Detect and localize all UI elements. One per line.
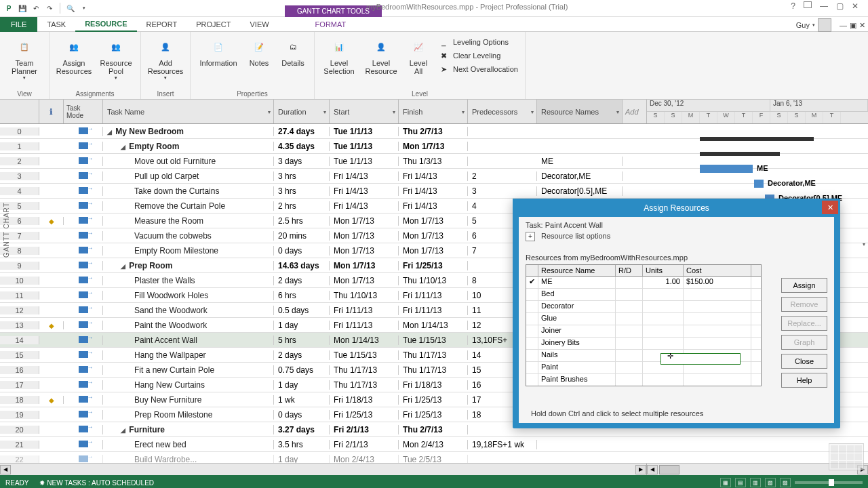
resource-names-cell[interactable]: Decorator,ME (537, 171, 623, 181)
zoom-slider[interactable] (795, 481, 863, 484)
tab-project[interactable]: PROJECT (186, 18, 240, 31)
resource-rd-cell[interactable] (616, 313, 643, 325)
start-cell[interactable]: Mon 1/7/13 (330, 231, 399, 241)
hscroll-right-left-arrow[interactable]: ◀ (647, 465, 658, 474)
start-cell[interactable]: Fri 1/4/13 (330, 171, 399, 181)
col-task-name[interactable]: Task Name▾ (103, 100, 274, 123)
task-name-cell[interactable]: Remove the Curtain Pole (103, 201, 274, 211)
duration-cell[interactable]: 2.5 hrs (274, 216, 330, 226)
finish-cell[interactable]: Fri 1/4/13 (399, 171, 468, 181)
finish-cell[interactable]: Fri 1/25/13 (399, 410, 468, 420)
resource-rd-cell[interactable] (616, 374, 643, 386)
finish-cell[interactable]: Fri 1/25/13 (399, 261, 468, 270)
task-mode-cell[interactable] (64, 350, 103, 360)
clear-leveling-button[interactable]: ✖Clear Leveling (437, 49, 519, 62)
resource-rd-cell[interactable] (616, 289, 643, 300)
resource-units-cell[interactable] (643, 325, 684, 337)
start-cell[interactable]: Tue 1/1/13 (330, 142, 399, 151)
resource-check[interactable] (526, 289, 538, 300)
task-name-cell[interactable]: Buy New Furniture (103, 395, 274, 405)
resources-scrollbar[interactable]: ▴ ▾ (761, 265, 762, 386)
save-icon[interactable]: 💾 (16, 2, 28, 14)
col-info[interactable]: ℹ (39, 100, 64, 123)
tab-task[interactable]: TASK (37, 18, 75, 31)
duration-cell[interactable]: 0.75 days (274, 365, 330, 375)
resource-units-cell[interactable]: 1.00 (643, 277, 684, 288)
duration-cell[interactable]: 5 hrs (274, 336, 330, 345)
start-cell[interactable]: Fri 1/11/13 (330, 321, 399, 330)
resource-row[interactable]: Bed (526, 289, 761, 301)
resource-row[interactable]: Paint Brushes (526, 374, 761, 386)
inner-restore-icon[interactable]: ▣ (850, 21, 856, 30)
col-duration[interactable]: Duration▾ (274, 100, 330, 123)
task-name-cell[interactable]: Plaster the Walls (103, 276, 274, 285)
tab-format[interactable]: FORMAT (306, 18, 356, 31)
level-all-button[interactable]: 📈 Level All (404, 35, 433, 75)
col-add-new[interactable]: Add (623, 100, 647, 123)
finish-cell[interactable]: Mon 1/7/13 (399, 216, 468, 226)
table-row[interactable]: 4 Take down the Curtains3 hrsFri 1/4/13F… (0, 184, 868, 199)
predecessors-cell[interactable]: 19,18FS+1 wk (468, 440, 537, 449)
qat-dropdown-icon[interactable]: ▾ (78, 2, 90, 14)
dialog-close-button[interactable]: ✕ (822, 201, 838, 214)
row-number[interactable]: 19 (0, 411, 39, 419)
start-cell[interactable]: Fri 1/25/13 (330, 410, 399, 420)
graph-button[interactable]: Graph (781, 335, 827, 350)
finish-cell[interactable]: Fri 1/18/13 (399, 380, 468, 390)
predecessors-cell[interactable]: 3 (468, 186, 537, 196)
expand-icon[interactable]: + (526, 232, 535, 241)
finish-cell[interactable]: Mon 2/4/13 (399, 440, 468, 449)
view-task-usage-icon[interactable]: ▤ (735, 478, 746, 487)
resource-units-cell[interactable] (643, 313, 684, 325)
view-gantt-icon[interactable]: ▦ (720, 478, 731, 487)
task-name-cell[interactable]: ◢ My New Bedroom (103, 127, 274, 136)
task-name-cell[interactable]: Prep Room Milestone (103, 410, 274, 420)
start-cell[interactable]: Mon 1/7/13 (330, 261, 399, 270)
resource-name-cell[interactable]: Paint (538, 362, 616, 373)
resource-cost-cell[interactable] (684, 325, 751, 337)
tab-view[interactable]: VIEW (240, 18, 278, 31)
start-cell[interactable]: Fri 1/18/13 (330, 395, 399, 405)
table-row[interactable]: 1◢ Empty Room4.35 daysTue 1/1/13Mon 1/7/… (0, 139, 868, 154)
task-name-cell[interactable]: Sand the Woodwork (103, 306, 274, 315)
resource-name-cell[interactable]: Paint Brushes (538, 374, 616, 386)
hscroll-right-thumb[interactable] (659, 465, 679, 474)
row-number[interactable]: 18 (0, 396, 39, 404)
start-cell[interactable]: Thu 1/17/13 (330, 380, 399, 390)
duration-cell[interactable]: 2 days (274, 276, 330, 285)
col-resource-name[interactable]: Resource Name (538, 265, 616, 276)
level-resource-button[interactable]: 👤 Level Resource (362, 35, 400, 75)
duration-cell[interactable]: 3.27 days (274, 425, 330, 434)
finish-cell[interactable]: Mon 1/7/13 (399, 142, 468, 151)
start-cell[interactable]: Mon 1/14/13 (330, 336, 399, 345)
task-mode-cell[interactable] (64, 410, 103, 420)
task-mode-cell[interactable] (64, 171, 103, 181)
task-mode-cell[interactable] (64, 261, 103, 270)
row-number[interactable]: 14 (0, 336, 39, 344)
resource-check[interactable]: ✔ (526, 277, 538, 288)
task-name-cell[interactable]: Fit a new Curtain Pole (103, 365, 274, 375)
resource-name-cell[interactable]: ME (538, 277, 616, 288)
task-name-cell[interactable]: Paint Accent Wall (103, 336, 274, 345)
select-all-corner[interactable] (0, 100, 39, 123)
task-mode-cell[interactable] (64, 201, 103, 211)
resource-cost-cell[interactable] (684, 289, 751, 300)
task-mode-cell[interactable] (64, 395, 103, 405)
resource-row[interactable]: ✔ME1.00$150.00 (526, 277, 761, 289)
resource-check[interactable] (526, 325, 538, 337)
row-number[interactable]: 1 (0, 142, 39, 150)
finish-cell[interactable]: Fri 1/25/13 (399, 395, 468, 405)
hscroll-left-right-arrow[interactable]: ▶ (635, 465, 646, 474)
finish-cell[interactable]: Thu 1/17/13 (399, 350, 468, 360)
gantt-summary-bar[interactable] (700, 137, 814, 141)
resource-rd-cell[interactable] (616, 277, 643, 288)
start-cell[interactable]: Thu 1/10/13 (330, 291, 399, 300)
help-icon[interactable]: ? (791, 1, 795, 11)
resource-row[interactable]: Joiner (526, 325, 761, 338)
duration-cell[interactable]: 0 days (274, 410, 330, 420)
resource-row[interactable]: Glue (526, 313, 761, 325)
dialog-title[interactable]: Assign Resources ✕ (513, 199, 840, 217)
zoom-icon[interactable]: 🔍 (64, 2, 77, 14)
row-number[interactable]: 4 (0, 187, 39, 195)
duration-cell[interactable]: 0.5 days (274, 306, 330, 315)
